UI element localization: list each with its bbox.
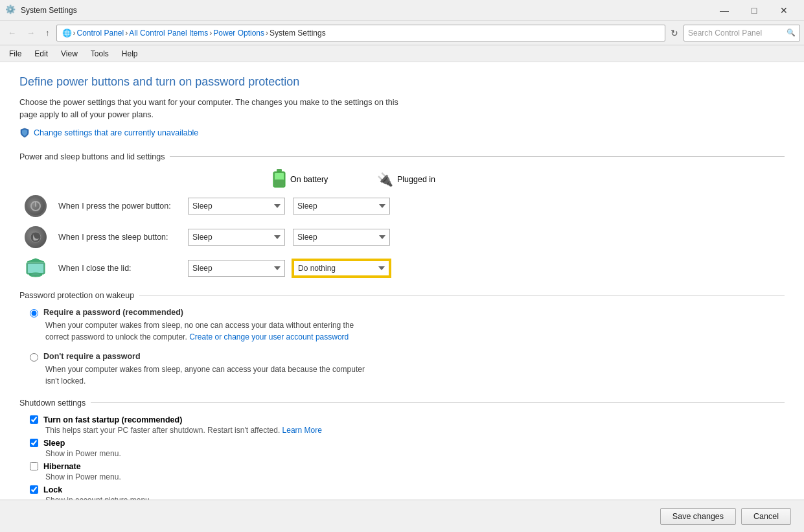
minimize-button[interactable]: — [709, 0, 739, 21]
hibernate-label[interactable]: Hibernate [30, 462, 785, 471]
menu-edit[interactable]: Edit [28, 48, 54, 60]
svg-rect-3 [275, 179, 284, 186]
power-button-dropdowns: Sleep Do nothing Hibernate Shut down Tur… [188, 198, 390, 214]
shutdown-section: Shutdown settings Turn on fast startup (… [19, 399, 785, 505]
col-battery: On battery [272, 169, 369, 190]
battery-icon [272, 169, 286, 190]
addressbar: ← → ↑ 🌐 › Control Panel › All Control Pa… [0, 21, 804, 45]
menu-tools[interactable]: Tools [84, 48, 115, 60]
hibernate-desc: Show in Power menu. [45, 472, 785, 481]
refresh-button[interactable]: ↻ [668, 25, 681, 41]
maximize-button[interactable]: □ [739, 0, 769, 21]
sleep-button-icon [25, 226, 47, 248]
require-password-radio[interactable] [30, 309, 38, 318]
fast-startup-item: Turn on fast startup (recommended) This … [30, 415, 785, 435]
lid-row: When I close the lid: Sleep Do nothing H… [19, 257, 785, 279]
forward-button[interactable]: → [23, 25, 39, 40]
save-changes-button[interactable]: Save changes [660, 508, 736, 522]
power-button-icon [25, 195, 47, 217]
power-button-row: When I press the power button: Sleep Do … [19, 195, 785, 217]
sleep-shutdown-label[interactable]: Sleep [30, 439, 785, 448]
power-button-label: When I press the power button: [58, 202, 188, 211]
breadcrumb-control-panel[interactable]: Control Panel [77, 29, 124, 38]
create-password-link[interactable]: Create or change your user account passw… [189, 332, 349, 341]
lid-icon [25, 257, 47, 279]
require-password-option: Require a password (recommended) When yo… [30, 308, 785, 343]
password-radio-group: Require a password (recommended) When yo… [30, 308, 785, 387]
password-section-header: Password protection on wakeup [19, 291, 785, 300]
fast-startup-label[interactable]: Turn on fast startup (recommended) [30, 415, 785, 424]
no-require-password-option: Don't require a password When your compu… [30, 352, 785, 387]
breadcrumb-icon: 🌐 [62, 29, 72, 38]
menubar: File Edit View Tools Help [0, 45, 804, 62]
titlebar-icon: ⚙️ [5, 5, 17, 16]
shutdown-section-header: Shutdown settings [19, 399, 785, 408]
password-section: Password protection on wakeup Require a … [19, 291, 785, 387]
bottom-bar: Save changes Cancel [0, 500, 804, 522]
no-require-password-desc: When your computer wakes from sleep, any… [45, 364, 369, 387]
svg-rect-8 [28, 264, 43, 273]
search-icon: 🔍 [787, 29, 796, 37]
search-placeholder: Search Control Panel [688, 29, 762, 38]
require-password-label[interactable]: Require a password (recommended) [30, 308, 785, 318]
titlebar-title: System Settings [21, 6, 709, 15]
menu-view[interactable]: View [54, 48, 84, 60]
change-settings-text[interactable]: Change settings that are currently unava… [34, 128, 198, 137]
page-description: Choose the power settings that you want … [19, 97, 408, 121]
sleep-button-battery-select[interactable]: Sleep Do nothing Hibernate Shut down Tur… [188, 229, 285, 246]
change-settings-link[interactable]: Change settings that are currently unava… [19, 128, 785, 138]
sleep-checkbox[interactable] [30, 439, 38, 447]
require-password-title: Require a password (recommended) [43, 308, 183, 317]
power-button-battery-select[interactable]: Sleep Do nothing Hibernate Shut down Tur… [188, 198, 285, 214]
main-content: Define power buttons and turn on passwor… [0, 62, 804, 522]
lid-dropdowns: Sleep Do nothing Hibernate Shut down Tur… [188, 260, 390, 277]
menu-help[interactable]: Help [115, 48, 144, 60]
fast-startup-desc: This helps start your PC faster after sh… [45, 426, 785, 435]
lid-plugged-select[interactable]: Sleep Do nothing Hibernate Shut down Tur… [293, 260, 390, 277]
no-require-password-radio[interactable] [30, 353, 38, 362]
sleep-button-row: When I press the sleep button: Sleep Do … [19, 226, 785, 248]
sleep-button-plugged-select[interactable]: Sleep Do nothing Hibernate Shut down Tur… [293, 229, 390, 246]
breadcrumb-power-options[interactable]: Power Options [213, 29, 264, 38]
power-sleep-section-header: Power and sleep buttons and lid settings [19, 152, 785, 161]
sleep-desc: Show in Power menu. [45, 449, 785, 458]
lock-checkbox[interactable] [30, 485, 38, 494]
sleep-button-label: When I press the sleep button: [58, 233, 188, 242]
column-headers: On battery 🔌 Plugged in [272, 169, 785, 190]
lock-label[interactable]: Lock [30, 485, 785, 494]
back-button[interactable]: ← [4, 25, 20, 40]
hibernate-checkbox[interactable] [30, 462, 38, 470]
titlebar: ⚙️ System Settings — □ ✕ [0, 0, 804, 21]
menu-file[interactable]: File [3, 48, 28, 60]
sleep-item: Sleep Show in Power menu. [30, 439, 785, 458]
hibernate-item: Hibernate Show in Power menu. [30, 462, 785, 481]
close-button[interactable]: ✕ [769, 0, 799, 21]
plug-icon: 🔌 [377, 172, 393, 187]
shield-icon [19, 128, 30, 138]
up-button[interactable]: ↑ [41, 25, 54, 40]
search-box[interactable]: Search Control Panel 🔍 [683, 25, 800, 41]
fast-startup-checkbox[interactable] [30, 415, 38, 424]
learn-more-link[interactable]: Learn More [282, 426, 322, 435]
lid-label: When I close the lid: [58, 264, 188, 273]
breadcrumb-system-settings: System Settings [270, 29, 326, 38]
titlebar-controls: — □ ✕ [709, 0, 799, 21]
lid-battery-select[interactable]: Sleep Do nothing Hibernate Shut down Tur… [188, 260, 285, 277]
address-box: 🌐 › Control Panel › All Control Panel It… [56, 25, 666, 41]
svg-point-6 [30, 232, 41, 242]
svg-rect-0 [277, 169, 282, 172]
require-password-desc: When your computer wakes from sleep, no … [45, 319, 369, 343]
breadcrumb-all-items[interactable]: All Control Panel Items [129, 29, 208, 38]
no-require-password-label[interactable]: Don't require a password [30, 352, 785, 362]
no-require-password-title: Don't require a password [43, 352, 141, 361]
col-plugged: 🔌 Plugged in [377, 172, 474, 187]
page-title: Define power buttons and turn on passwor… [19, 75, 785, 89]
cancel-button[interactable]: Cancel [741, 508, 791, 522]
power-button-plugged-select[interactable]: Sleep Do nothing Hibernate Shut down Tur… [293, 198, 390, 214]
sleep-button-dropdowns: Sleep Do nothing Hibernate Shut down Tur… [188, 229, 390, 246]
